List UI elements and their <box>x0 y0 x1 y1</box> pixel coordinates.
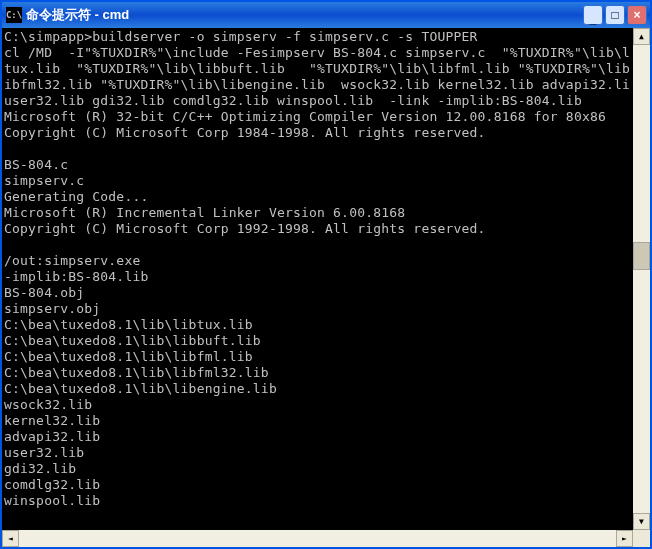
terminal-line: comdlg32.lib <box>4 477 631 493</box>
terminal-line <box>4 237 631 253</box>
vertical-scrollbar[interactable]: ▲ ▼ <box>633 28 650 530</box>
terminal-line: advapi32.lib <box>4 429 631 445</box>
terminal-line: C:\bea\tuxedo8.1\lib\libbuft.lib <box>4 333 631 349</box>
scroll-up-button[interactable]: ▲ <box>633 28 650 45</box>
terminal-line: winspool.lib <box>4 493 631 509</box>
window-buttons: _ □ × <box>583 5 647 25</box>
window-title: 命令提示符 - cmd <box>26 6 583 24</box>
scroll-track[interactable] <box>633 45 650 513</box>
terminal-line: -implib:BS-804.lib <box>4 269 631 285</box>
terminal-line: simpserv.obj <box>4 301 631 317</box>
horizontal-scrollbar[interactable]: ◄ ► <box>2 530 650 547</box>
terminal-line: /out:simpserv.exe <box>4 253 631 269</box>
close-button[interactable]: × <box>627 5 647 25</box>
scroll-down-button[interactable]: ▼ <box>633 513 650 530</box>
terminal-line: user32.lib gdi32.lib comdlg32.lib winspo… <box>4 93 631 109</box>
titlebar[interactable]: C:\ 命令提示符 - cmd _ □ × <box>2 2 650 28</box>
terminal-line <box>4 509 631 525</box>
terminal-line: C:\bea\tuxedo8.1\lib\libfml32.lib <box>4 365 631 381</box>
minimize-button[interactable]: _ <box>583 5 603 25</box>
terminal-line: C:\bea\tuxedo8.1\lib\libengine.lib <box>4 381 631 397</box>
terminal-line: user32.lib <box>4 445 631 461</box>
cmd-window: C:\ 命令提示符 - cmd _ □ × C:\simpapp>buildse… <box>0 0 652 549</box>
terminal-line: C:\bea\tuxedo8.1\lib\libfml.lib <box>4 349 631 365</box>
terminal-line <box>4 141 631 157</box>
terminal-line: cl /MD -I"%TUXDIR%"\include -Fesimpserv … <box>4 45 631 61</box>
scroll-right-button[interactable]: ► <box>616 530 633 547</box>
maximize-button[interactable]: □ <box>605 5 625 25</box>
terminal-line: C:\bea\tuxedo8.1\lib\libtux.lib <box>4 317 631 333</box>
hscroll-track[interactable] <box>19 530 616 547</box>
terminal-output[interactable]: C:\simpapp>buildserver -o simpserv -f si… <box>2 28 633 530</box>
terminal-line: tux.lib "%TUXDIR%"\lib\libbuft.lib "%TUX… <box>4 61 631 77</box>
scroll-left-button[interactable]: ◄ <box>2 530 19 547</box>
terminal-line: kernel32.lib <box>4 413 631 429</box>
terminal-line: Copyright (C) Microsoft Corp 1984-1998. … <box>4 125 631 141</box>
terminal-line: BS-804.c <box>4 157 631 173</box>
terminal-line: Microsoft (R) 32-bit C/C++ Optimizing Co… <box>4 109 631 125</box>
terminal-line: BS-804.obj <box>4 285 631 301</box>
terminal-line: ibfml32.lib "%TUXDIR%"\lib\libengine.lib… <box>4 77 631 93</box>
scroll-thumb[interactable] <box>633 242 650 270</box>
terminal-line: wsock32.lib <box>4 397 631 413</box>
terminal-line: Copyright (C) Microsoft Corp 1992-1998. … <box>4 221 631 237</box>
cmd-icon: C:\ <box>6 7 22 23</box>
terminal-line: Microsoft (R) Incremental Linker Version… <box>4 205 631 221</box>
terminal-line: simpserv.c <box>4 173 631 189</box>
content-area: C:\simpapp>buildserver -o simpserv -f si… <box>2 28 650 530</box>
terminal-line: C:\simpapp>buildserver -o simpserv -f si… <box>4 29 631 45</box>
terminal-line: gdi32.lib <box>4 461 631 477</box>
scrollbar-corner <box>633 530 650 547</box>
terminal-line: Generating Code... <box>4 189 631 205</box>
